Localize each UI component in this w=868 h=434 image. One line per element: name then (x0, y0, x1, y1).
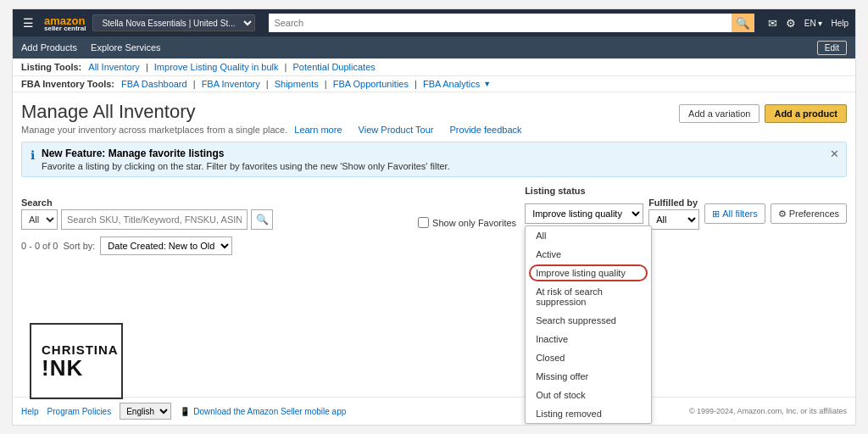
nav-explore-services[interactable]: Explore Services (91, 42, 161, 53)
info-banner-body: Favorite a listing by clicking on the st… (42, 161, 450, 171)
search-label: Search (21, 198, 273, 208)
filters-area: Search All 🔍 Show only Favorites Listing… (13, 181, 855, 235)
status-option-out-of-stock[interactable]: Out of stock (526, 386, 651, 404)
fulfilled-by-group: Fulfilled by All (648, 198, 699, 230)
favorites-toggle: Show only Favorites (418, 217, 516, 228)
amazon-logo: amazon seller central (44, 14, 86, 32)
fba-dashboard-link[interactable]: FBA Dashboard (121, 79, 187, 89)
hamburger-icon[interactable]: ☰ (19, 14, 37, 31)
header-left: Manage All Inventory Manage your invento… (21, 101, 522, 135)
search-input[interactable] (61, 209, 248, 230)
nav-add-products[interactable]: Add Products (21, 42, 77, 53)
all-inventory-link[interactable]: All Inventory (88, 62, 140, 72)
secondary-nav: Add Products Explore Services Edit (13, 36, 855, 58)
status-option-all[interactable]: All (526, 226, 651, 245)
all-filters-button[interactable]: ⊞ All filters (704, 203, 765, 224)
page-footer: Help Program Policies English 📱 Download… (13, 397, 855, 425)
fba-inventory-link[interactable]: FBA Inventory (202, 79, 260, 89)
fba-tools-bar: FBA Inventory Tools: FBA Dashboard | FBA… (13, 76, 855, 92)
status-row: Improve listing quality All Active Impro… (525, 198, 847, 230)
edit-button[interactable]: Edit (817, 41, 847, 55)
program-policies-link[interactable]: Program Policies (47, 407, 112, 416)
preferences-button[interactable]: ⚙ Preferences (771, 203, 847, 224)
status-option-missing-offer[interactable]: Missing offer (526, 367, 651, 386)
listing-status-label: Listing status (525, 186, 847, 196)
fba-more-dropdown[interactable]: ▼ (483, 80, 491, 88)
info-banner-close[interactable]: ✕ (830, 147, 839, 160)
show-favorites-checkbox[interactable] (418, 217, 429, 228)
search-row: All 🔍 (21, 209, 273, 230)
status-option-at-risk[interactable]: At risk of search suppression (526, 282, 651, 311)
fulfilled-by-label: Fulfilled by (648, 198, 699, 208)
info-banner-title: New Feature: Manage favorite listings (42, 147, 450, 159)
page-wrapper: ☰ amazon seller central Stella Nova Esse… (12, 8, 856, 426)
copyright-text: © 1999-2024, Amazon.com, Inc. or its aff… (689, 407, 847, 415)
global-search-button[interactable]: 🔍 (732, 14, 754, 32)
add-product-button[interactable]: Add a product (765, 104, 847, 123)
language-selector[interactable]: EN ▾ (804, 19, 823, 28)
header-action-buttons: Add a variation Add a product (679, 104, 847, 123)
nav-edit-area: Edit (817, 41, 847, 55)
result-count: 0 - 0 of 0 (21, 241, 58, 251)
filter-icon: ⊞ (712, 209, 720, 220)
info-icon: ℹ (31, 148, 35, 162)
logo-watermark: CHRISTINA !NK (30, 323, 123, 399)
status-dropdown-wrapper: Improve listing quality All Active Impro… (525, 203, 643, 224)
favorites-label: Show only Favorites (432, 218, 516, 228)
feedback-link[interactable]: Provide feedback (450, 125, 522, 135)
listing-tools-label: Listing Tools: (21, 62, 81, 72)
info-banner-text: New Feature: Manage favorite listings Fa… (42, 147, 450, 171)
status-option-suppressed[interactable]: Search suppressed (526, 311, 651, 330)
product-tour-link[interactable]: View Product Tour (359, 125, 434, 135)
improve-listing-quality-link[interactable]: Improve Listing Quality in bulk (154, 62, 279, 72)
fba-analytics-link[interactable]: FBA Analytics (423, 79, 480, 89)
sort-by-label: Sort by: (63, 241, 95, 251)
store-selector[interactable]: Stella Nova Essentials | United St... (92, 14, 255, 31)
listing-status-area: Show only Favorites Listing status Impro… (418, 186, 847, 230)
page-header: Manage All Inventory Manage your invento… (13, 92, 855, 138)
sort-select[interactable]: Date Created: New to Old (100, 236, 232, 255)
logo-name-bottom: !NK (42, 357, 83, 379)
nav-right-icons: ✉ ⚙ EN ▾ Help (768, 17, 849, 30)
add-variation-button[interactable]: Add a variation (679, 104, 760, 123)
learn-more-link[interactable]: Learn more (294, 125, 342, 135)
status-option-closed[interactable]: Closed (526, 348, 651, 367)
page-subtitle: Manage your inventory across marketplace… (21, 125, 522, 135)
top-nav: ☰ amazon seller central Stella Nova Esse… (13, 9, 855, 36)
search-category-select[interactable]: All (21, 209, 58, 230)
mobile-icon: 📱 (180, 407, 190, 416)
global-search-input[interactable] (269, 14, 732, 32)
fba-opportunities-link[interactable]: FBA Opportunities (333, 79, 409, 89)
help-link[interactable]: Help (831, 19, 849, 28)
listing-status-select[interactable]: Improve listing quality (525, 203, 643, 224)
fba-tools-label: FBA Inventory Tools: (21, 79, 114, 89)
download-app-link[interactable]: 📱 Download the Amazon Seller mobile app (180, 407, 346, 416)
search-submit-button[interactable]: 🔍 (251, 209, 273, 230)
status-option-listing-removed[interactable]: Listing removed (526, 404, 651, 423)
status-option-improve[interactable]: Improve listing quality (526, 264, 651, 282)
page-title: Manage All Inventory (21, 101, 522, 123)
search-filter-group: Search All 🔍 (21, 198, 273, 230)
language-footer-select[interactable]: English (120, 403, 171, 420)
status-option-active[interactable]: Active (526, 245, 651, 264)
info-banner: ℹ New Feature: Manage favorite listings … (21, 142, 847, 177)
logo-sub: seller central (44, 25, 86, 32)
messages-icon[interactable]: ✉ (768, 17, 777, 30)
potential-duplicates-link[interactable]: Potential Duplicates (293, 62, 376, 72)
help-footer-link[interactable]: Help (21, 407, 39, 416)
status-dropdown-menu: All Active Improve listing quality At ri… (525, 225, 652, 424)
sort-row: 0 - 0 of 0 Sort by: Date Created: New to… (13, 235, 855, 259)
listing-status-group: Listing status Improve listing quality A… (525, 186, 847, 230)
fulfilled-by-select[interactable]: All (648, 209, 699, 230)
shipments-link[interactable]: Shipments (275, 79, 319, 89)
listing-tools-bar: Listing Tools: All Inventory | Improve L… (13, 58, 855, 76)
search-bar: 🔍 (269, 14, 754, 32)
settings-icon[interactable]: ⚙ (786, 17, 796, 30)
status-option-inactive[interactable]: Inactive (526, 330, 651, 348)
gear-icon: ⚙ (778, 209, 787, 220)
